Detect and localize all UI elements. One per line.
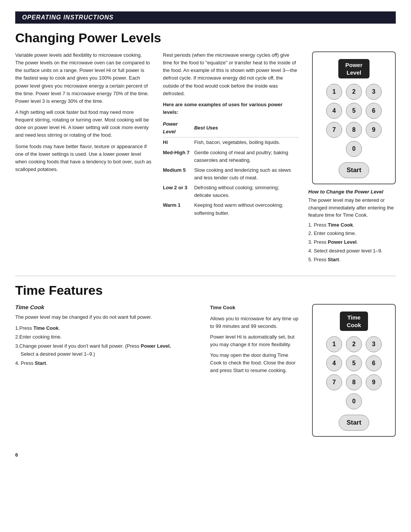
time-right-para-2: Power level Hi is automatically set, but… xyxy=(210,333,301,348)
key-1[interactable]: 1 xyxy=(326,84,342,100)
time-cook-right-title: Time Cook xyxy=(210,304,301,312)
tc-key-0[interactable]: 0 xyxy=(346,393,362,409)
step-1-press-timecook: 1. Press Time Cook. xyxy=(308,221,396,229)
time-col-text: Time Cook Allows you to microwave for an… xyxy=(210,304,301,437)
time-cook-subtitle: Time Cook xyxy=(15,304,201,310)
tc-key-2[interactable]: 2 xyxy=(346,336,362,352)
power-uses-cell: Slow cooking and tenderizing such as ste… xyxy=(194,165,299,183)
time-cook-left-para: The power level may be changed if you do… xyxy=(15,313,201,321)
page-number: 6 xyxy=(15,452,396,458)
left-para-2: A high setting will cook faster but food… xyxy=(15,109,151,139)
left-column-text: Variable power levels add flexibility to… xyxy=(15,51,151,218)
step-4-select-level: 4. Select desired power level 1–9. xyxy=(308,247,396,255)
tc-key-5[interactable]: 5 xyxy=(346,355,362,371)
how-to-text: The power level may be entered or change… xyxy=(308,197,396,219)
key-3[interactable]: 3 xyxy=(366,84,382,100)
changing-power-levels-section: Variable power levels add flexibility to… xyxy=(15,51,396,264)
changing-power-left: Variable power levels add flexibility to… xyxy=(15,51,299,264)
time-content-columns: Time Cook Allows you to microwave for an… xyxy=(210,304,396,437)
tc-key-1[interactable]: 1 xyxy=(326,336,342,352)
key-6[interactable]: 6 xyxy=(366,103,382,119)
time-features-right: Time Cook Allows you to microwave for an… xyxy=(210,304,396,437)
keypad-row-3: 7 8 9 xyxy=(326,122,382,138)
key-7[interactable]: 7 xyxy=(326,122,342,138)
how-to-change-power: How to Change the Power Level The power … xyxy=(308,189,396,264)
power-level-table: Power Level Best Uses HiFish, bacon, veg… xyxy=(163,120,299,218)
time-cook-steps: 1.Press Time Cook. 2.Enter cooking time.… xyxy=(15,324,201,367)
keypad-row-1: 1 2 3 xyxy=(326,84,382,100)
examples-header: Here are some examples of uses for vario… xyxy=(163,101,299,116)
how-to-steps-list: 1. Press Time Cook. 2. Enter cooking tim… xyxy=(308,221,396,264)
time-features-title: Time Features xyxy=(15,283,396,298)
tc-key-6[interactable]: 6 xyxy=(366,355,382,371)
keypad-label-power: PowerLevel xyxy=(338,59,369,78)
keypad-row-0: 0 xyxy=(346,141,362,157)
start-button-power[interactable]: Start xyxy=(339,162,369,178)
tc-key-3[interactable]: 3 xyxy=(366,336,382,352)
key-8[interactable]: 8 xyxy=(346,122,362,138)
time-features-left: Time Cook The power level may be changed… xyxy=(15,304,201,437)
time-right-para-1: Allows you to microwave for any time up … xyxy=(210,315,301,330)
table-row: Low 2 or 3Defrosting without cooking; si… xyxy=(163,183,299,200)
key-4[interactable]: 4 xyxy=(326,103,342,119)
how-to-title: How to Change the Power Level xyxy=(308,189,396,195)
tc-step-1: 1.Press Time Cook. xyxy=(15,324,201,332)
table-row: HiFish, bacon, vegetables, boiling liqui… xyxy=(163,137,299,148)
tc-key-7[interactable]: 7 xyxy=(326,374,342,390)
keypad-row-2: 4 5 6 xyxy=(326,103,382,119)
time-right-para-3: You may open the door during Time Cook t… xyxy=(210,351,301,374)
power-level-cell: Low 2 or 3 xyxy=(163,183,194,200)
tc-step-2: 2.Enter cooking time. xyxy=(15,333,201,341)
table-header-uses: Best Uses xyxy=(194,120,299,137)
power-uses-cell: Defrosting without cooking; simmering; d… xyxy=(194,183,299,200)
keypad-label-time: TimeCook xyxy=(340,312,368,331)
key-9[interactable]: 9 xyxy=(366,122,382,138)
power-level-cell: Hi xyxy=(163,137,194,148)
left-para-1: Variable power levels add flexibility to… xyxy=(15,51,151,105)
tc-keypad-row-1: 1 2 3 xyxy=(326,336,382,352)
table-row: Medium 5Slow cooking and tenderizing suc… xyxy=(163,165,299,183)
key-0[interactable]: 0 xyxy=(346,141,362,157)
time-cook-keypad: TimeCook 1 2 3 4 5 6 7 8 9 xyxy=(312,304,396,437)
power-uses-cell: Gentle cooking of meat and poultry; baki… xyxy=(194,148,299,165)
tc-key-4[interactable]: 4 xyxy=(326,355,342,371)
power-level-cell: Medium 5 xyxy=(163,165,194,183)
right-para-1: Rest periods (when the microwave energy … xyxy=(163,51,299,97)
section-divider xyxy=(15,276,396,276)
power-level-keypad: PowerLevel 1 2 3 4 5 6 7 8 9 0 Start xyxy=(312,51,396,184)
left-para-3: Some foods may have better flavor, textu… xyxy=(15,143,151,174)
tc-key-8[interactable]: 8 xyxy=(346,374,362,390)
step-2-enter-time: 2. Enter cooking time. xyxy=(308,230,396,238)
tc-keypad-row-3: 7 8 9 xyxy=(326,374,382,390)
start-button-time[interactable]: Start xyxy=(339,415,369,431)
table-row: Med-High 7Gentle cooking of meat and pou… xyxy=(163,148,299,165)
power-uses-cell: Keeping food warm without overcooking; s… xyxy=(194,200,299,218)
header-banner: OPERATING INSTRUCTIONS xyxy=(15,11,396,24)
intro-text-columns: Variable power levels add flexibility to… xyxy=(15,51,299,218)
tc-key-9[interactable]: 9 xyxy=(366,374,382,390)
key-2[interactable]: 2 xyxy=(346,84,362,100)
step-3-press-powerlevel: 3. Press Power Level. xyxy=(308,238,396,246)
changing-power-right: PowerLevel 1 2 3 4 5 6 7 8 9 0 Start How xyxy=(308,51,396,264)
time-keypad-container: TimeCook 1 2 3 4 5 6 7 8 9 xyxy=(312,304,396,437)
changing-power-levels-title: Changing Power Levels xyxy=(15,30,396,45)
right-column-text: Rest periods (when the microwave energy … xyxy=(163,51,299,218)
power-uses-cell: Fish, bacon, vegetables, boiling liquids… xyxy=(194,137,299,148)
tc-keypad-row-2: 4 5 6 xyxy=(326,355,382,371)
table-header-level: Power Level xyxy=(163,120,194,137)
tc-step-3: 3.Change power level if you don't want f… xyxy=(15,342,201,358)
table-row: Warm 1Keeping food warm without overcook… xyxy=(163,200,299,218)
time-features-section: Time Cook The power level may be changed… xyxy=(15,304,396,437)
step-5-press-start: 5. Press Start. xyxy=(308,256,396,264)
key-5[interactable]: 5 xyxy=(346,103,362,119)
tc-keypad-row-0: 0 xyxy=(346,393,362,409)
power-level-cell: Med-High 7 xyxy=(163,148,194,165)
tc-step-4: 4. Press Start. xyxy=(15,359,201,367)
power-level-cell: Warm 1 xyxy=(163,200,194,218)
